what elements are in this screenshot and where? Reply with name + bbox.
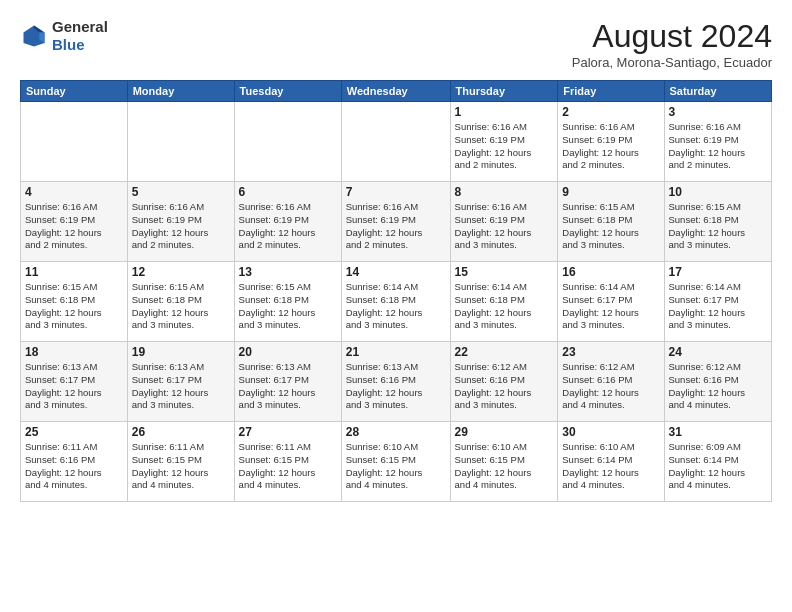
calendar-cell: 25Sunrise: 6:11 AM Sunset: 6:16 PM Dayli…	[21, 422, 128, 502]
day-number: 3	[669, 105, 768, 119]
calendar-week-2: 11Sunrise: 6:15 AM Sunset: 6:18 PM Dayli…	[21, 262, 772, 342]
logo-general-text: General	[52, 18, 108, 35]
calendar-week-1: 4Sunrise: 6:16 AM Sunset: 6:19 PM Daylig…	[21, 182, 772, 262]
day-info: Sunrise: 6:16 AM Sunset: 6:19 PM Dayligh…	[669, 121, 768, 172]
calendar-cell: 21Sunrise: 6:13 AM Sunset: 6:16 PM Dayli…	[341, 342, 450, 422]
day-number: 25	[25, 425, 123, 439]
calendar: Sunday Monday Tuesday Wednesday Thursday…	[20, 80, 772, 502]
day-info: Sunrise: 6:13 AM Sunset: 6:17 PM Dayligh…	[239, 361, 337, 412]
day-info: Sunrise: 6:16 AM Sunset: 6:19 PM Dayligh…	[132, 201, 230, 252]
day-number: 19	[132, 345, 230, 359]
calendar-cell: 7Sunrise: 6:16 AM Sunset: 6:19 PM Daylig…	[341, 182, 450, 262]
day-number: 2	[562, 105, 659, 119]
month-title: August 2024	[572, 18, 772, 55]
day-info: Sunrise: 6:10 AM Sunset: 6:15 PM Dayligh…	[346, 441, 446, 492]
day-info: Sunrise: 6:09 AM Sunset: 6:14 PM Dayligh…	[669, 441, 768, 492]
calendar-cell: 6Sunrise: 6:16 AM Sunset: 6:19 PM Daylig…	[234, 182, 341, 262]
calendar-cell: 22Sunrise: 6:12 AM Sunset: 6:16 PM Dayli…	[450, 342, 558, 422]
calendar-cell: 20Sunrise: 6:13 AM Sunset: 6:17 PM Dayli…	[234, 342, 341, 422]
calendar-cell: 2Sunrise: 6:16 AM Sunset: 6:19 PM Daylig…	[558, 102, 664, 182]
day-number: 30	[562, 425, 659, 439]
day-number: 1	[455, 105, 554, 119]
day-info: Sunrise: 6:13 AM Sunset: 6:17 PM Dayligh…	[25, 361, 123, 412]
calendar-week-0: 1Sunrise: 6:16 AM Sunset: 6:19 PM Daylig…	[21, 102, 772, 182]
calendar-cell: 10Sunrise: 6:15 AM Sunset: 6:18 PM Dayli…	[664, 182, 772, 262]
calendar-cell: 15Sunrise: 6:14 AM Sunset: 6:18 PM Dayli…	[450, 262, 558, 342]
day-number: 17	[669, 265, 768, 279]
day-number: 15	[455, 265, 554, 279]
day-number: 9	[562, 185, 659, 199]
header: General Blue August 2024 Palora, Morona-…	[20, 18, 772, 70]
day-number: 26	[132, 425, 230, 439]
calendar-cell: 28Sunrise: 6:10 AM Sunset: 6:15 PM Dayli…	[341, 422, 450, 502]
calendar-cell: 29Sunrise: 6:10 AM Sunset: 6:15 PM Dayli…	[450, 422, 558, 502]
weekday-row: Sunday Monday Tuesday Wednesday Thursday…	[21, 81, 772, 102]
day-number: 22	[455, 345, 554, 359]
calendar-cell: 5Sunrise: 6:16 AM Sunset: 6:19 PM Daylig…	[127, 182, 234, 262]
location: Palora, Morona-Santiago, Ecuador	[572, 55, 772, 70]
day-info: Sunrise: 6:12 AM Sunset: 6:16 PM Dayligh…	[562, 361, 659, 412]
day-info: Sunrise: 6:15 AM Sunset: 6:18 PM Dayligh…	[25, 281, 123, 332]
day-info: Sunrise: 6:14 AM Sunset: 6:18 PM Dayligh…	[455, 281, 554, 332]
day-info: Sunrise: 6:13 AM Sunset: 6:17 PM Dayligh…	[132, 361, 230, 412]
day-number: 29	[455, 425, 554, 439]
day-info: Sunrise: 6:11 AM Sunset: 6:16 PM Dayligh…	[25, 441, 123, 492]
day-info: Sunrise: 6:16 AM Sunset: 6:19 PM Dayligh…	[346, 201, 446, 252]
day-info: Sunrise: 6:10 AM Sunset: 6:15 PM Dayligh…	[455, 441, 554, 492]
calendar-cell: 26Sunrise: 6:11 AM Sunset: 6:15 PM Dayli…	[127, 422, 234, 502]
day-info: Sunrise: 6:16 AM Sunset: 6:19 PM Dayligh…	[455, 201, 554, 252]
calendar-body: 1Sunrise: 6:16 AM Sunset: 6:19 PM Daylig…	[21, 102, 772, 502]
calendar-cell: 31Sunrise: 6:09 AM Sunset: 6:14 PM Dayli…	[664, 422, 772, 502]
day-info: Sunrise: 6:16 AM Sunset: 6:19 PM Dayligh…	[25, 201, 123, 252]
day-number: 24	[669, 345, 768, 359]
page: General Blue August 2024 Palora, Morona-…	[0, 0, 792, 612]
weekday-wednesday: Wednesday	[341, 81, 450, 102]
calendar-cell: 17Sunrise: 6:14 AM Sunset: 6:17 PM Dayli…	[664, 262, 772, 342]
calendar-cell	[21, 102, 128, 182]
day-info: Sunrise: 6:10 AM Sunset: 6:14 PM Dayligh…	[562, 441, 659, 492]
calendar-cell: 11Sunrise: 6:15 AM Sunset: 6:18 PM Dayli…	[21, 262, 128, 342]
calendar-cell	[341, 102, 450, 182]
calendar-cell: 18Sunrise: 6:13 AM Sunset: 6:17 PM Dayli…	[21, 342, 128, 422]
day-info: Sunrise: 6:15 AM Sunset: 6:18 PM Dayligh…	[239, 281, 337, 332]
day-info: Sunrise: 6:12 AM Sunset: 6:16 PM Dayligh…	[669, 361, 768, 412]
logo-icon	[20, 22, 48, 50]
day-number: 14	[346, 265, 446, 279]
day-number: 8	[455, 185, 554, 199]
weekday-sunday: Sunday	[21, 81, 128, 102]
day-number: 21	[346, 345, 446, 359]
day-number: 31	[669, 425, 768, 439]
day-info: Sunrise: 6:13 AM Sunset: 6:16 PM Dayligh…	[346, 361, 446, 412]
day-number: 16	[562, 265, 659, 279]
weekday-friday: Friday	[558, 81, 664, 102]
calendar-cell: 14Sunrise: 6:14 AM Sunset: 6:18 PM Dayli…	[341, 262, 450, 342]
day-number: 20	[239, 345, 337, 359]
day-number: 6	[239, 185, 337, 199]
day-number: 28	[346, 425, 446, 439]
calendar-cell: 1Sunrise: 6:16 AM Sunset: 6:19 PM Daylig…	[450, 102, 558, 182]
day-info: Sunrise: 6:15 AM Sunset: 6:18 PM Dayligh…	[669, 201, 768, 252]
calendar-week-3: 18Sunrise: 6:13 AM Sunset: 6:17 PM Dayli…	[21, 342, 772, 422]
day-info: Sunrise: 6:15 AM Sunset: 6:18 PM Dayligh…	[132, 281, 230, 332]
calendar-cell	[127, 102, 234, 182]
logo: General Blue	[20, 18, 108, 54]
day-number: 7	[346, 185, 446, 199]
day-number: 5	[132, 185, 230, 199]
day-info: Sunrise: 6:14 AM Sunset: 6:17 PM Dayligh…	[562, 281, 659, 332]
weekday-thursday: Thursday	[450, 81, 558, 102]
day-info: Sunrise: 6:16 AM Sunset: 6:19 PM Dayligh…	[562, 121, 659, 172]
day-number: 13	[239, 265, 337, 279]
calendar-cell: 12Sunrise: 6:15 AM Sunset: 6:18 PM Dayli…	[127, 262, 234, 342]
day-info: Sunrise: 6:12 AM Sunset: 6:16 PM Dayligh…	[455, 361, 554, 412]
calendar-cell: 23Sunrise: 6:12 AM Sunset: 6:16 PM Dayli…	[558, 342, 664, 422]
calendar-cell	[234, 102, 341, 182]
calendar-header: Sunday Monday Tuesday Wednesday Thursday…	[21, 81, 772, 102]
day-info: Sunrise: 6:15 AM Sunset: 6:18 PM Dayligh…	[562, 201, 659, 252]
day-number: 23	[562, 345, 659, 359]
logo-blue-text: Blue	[52, 36, 85, 53]
calendar-cell: 9Sunrise: 6:15 AM Sunset: 6:18 PM Daylig…	[558, 182, 664, 262]
calendar-cell: 8Sunrise: 6:16 AM Sunset: 6:19 PM Daylig…	[450, 182, 558, 262]
weekday-tuesday: Tuesday	[234, 81, 341, 102]
calendar-cell: 4Sunrise: 6:16 AM Sunset: 6:19 PM Daylig…	[21, 182, 128, 262]
day-info: Sunrise: 6:11 AM Sunset: 6:15 PM Dayligh…	[132, 441, 230, 492]
